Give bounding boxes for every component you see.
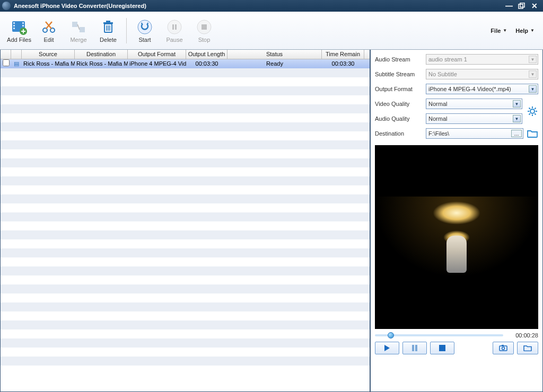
svg-line-31 bbox=[535, 108, 536, 109]
maximize-button[interactable] bbox=[515, 1, 528, 11]
table-row[interactable] bbox=[1, 167, 370, 176]
player-controls bbox=[375, 342, 538, 354]
svg-rect-3 bbox=[13, 22, 15, 24]
edit-button[interactable]: Edit bbox=[34, 14, 64, 48]
video-preview[interactable] bbox=[375, 145, 538, 329]
table-row[interactable] bbox=[1, 348, 370, 357]
stop-icon bbox=[196, 19, 213, 35]
table-row[interactable] bbox=[1, 194, 370, 203]
table-row[interactable] bbox=[1, 113, 370, 122]
add-files-button[interactable]: Add Files bbox=[4, 14, 34, 48]
minimize-button[interactable]: — bbox=[503, 1, 515, 11]
audio-quality-select[interactable]: Normal▼ bbox=[426, 113, 522, 124]
table-row[interactable] bbox=[1, 284, 370, 293]
seek-bar: 00:00:28 bbox=[375, 332, 538, 338]
scissors-icon bbox=[40, 19, 57, 35]
snapshot-button[interactable] bbox=[493, 342, 514, 354]
toolbar: Add Files Edit Merge Delete Start Pause bbox=[0, 12, 543, 50]
snapshot-folder-button[interactable] bbox=[517, 342, 538, 354]
close-button[interactable]: ✕ bbox=[528, 1, 541, 11]
open-folder-button[interactable] bbox=[527, 128, 538, 139]
col-time-remain[interactable]: Time Remain bbox=[322, 50, 364, 59]
svg-line-30 bbox=[529, 113, 530, 114]
table-row[interactable] bbox=[1, 131, 370, 140]
table-row[interactable] bbox=[1, 149, 370, 158]
pause-button[interactable]: Pause bbox=[160, 14, 189, 48]
col-checkbox[interactable] bbox=[1, 50, 11, 59]
table-row[interactable] bbox=[1, 275, 370, 284]
chevron-down-icon: ▼ bbox=[503, 28, 507, 33]
subtitle-stream-select[interactable]: No Subtitle▼ bbox=[426, 69, 538, 79]
table-row[interactable] bbox=[1, 311, 370, 320]
film-icon: ▤ bbox=[11, 59, 22, 68]
svg-rect-6 bbox=[22, 22, 24, 24]
table-row[interactable] bbox=[1, 248, 370, 257]
window-title: Aneesoft iPhone Video Converter(Unregist… bbox=[14, 3, 146, 9]
video-quality-select[interactable]: Normal▼ bbox=[426, 99, 522, 109]
table-row[interactable] bbox=[1, 104, 370, 113]
settings-button[interactable] bbox=[527, 105, 538, 117]
svg-rect-37 bbox=[502, 345, 504, 346]
table-row[interactable] bbox=[1, 176, 370, 185]
table-row[interactable] bbox=[1, 68, 370, 77]
table-row[interactable] bbox=[1, 203, 370, 212]
subtitle-stream-value: No Subtitle bbox=[428, 71, 457, 77]
table-row[interactable] bbox=[1, 302, 370, 311]
stop-icon bbox=[439, 345, 445, 351]
main-area: Source Destination Output Format Output … bbox=[0, 50, 543, 392]
table-row[interactable] bbox=[1, 338, 370, 348]
svg-point-36 bbox=[502, 347, 505, 350]
merge-button[interactable]: Merge bbox=[64, 14, 93, 48]
svg-rect-33 bbox=[415, 345, 417, 351]
table-row[interactable] bbox=[1, 185, 370, 194]
trash-icon bbox=[100, 19, 117, 35]
table-row[interactable] bbox=[1, 329, 370, 338]
svg-rect-0 bbox=[519, 4, 523, 8]
toolbar-separator bbox=[126, 18, 127, 43]
start-button[interactable]: Start bbox=[130, 14, 160, 48]
col-output-length[interactable]: Output Length bbox=[186, 50, 227, 59]
svg-rect-1 bbox=[520, 3, 524, 7]
browse-button[interactable]: ... bbox=[511, 130, 522, 137]
col-destination[interactable]: Destination bbox=[75, 50, 128, 59]
delete-button[interactable]: Delete bbox=[93, 14, 123, 48]
table-row[interactable] bbox=[1, 212, 370, 221]
player-stop-button[interactable] bbox=[430, 342, 454, 354]
col-status[interactable]: Status bbox=[227, 50, 322, 59]
table-row[interactable] bbox=[1, 293, 370, 302]
stop-button[interactable]: Stop bbox=[189, 14, 219, 48]
svg-rect-20 bbox=[175, 24, 177, 30]
output-format-value: iPhone 4 MPEG-4 Video(*.mp4) bbox=[428, 86, 511, 92]
table-row[interactable] bbox=[1, 122, 370, 131]
table-row[interactable]: ▤Rick Ross - Mafia MuRick Ross - Mafia M… bbox=[1, 59, 370, 68]
table-row[interactable] bbox=[1, 221, 370, 230]
seek-thumb[interactable] bbox=[388, 332, 394, 338]
table-row[interactable] bbox=[1, 86, 370, 95]
col-output-format[interactable]: Output Format bbox=[128, 50, 186, 59]
player-pause-button[interactable] bbox=[402, 342, 427, 354]
table-row[interactable] bbox=[1, 257, 370, 266]
col-source[interactable]: Source bbox=[22, 50, 75, 59]
output-format-select[interactable]: iPhone 4 MPEG-4 Video(*.mp4)▼ bbox=[426, 84, 538, 94]
table-row[interactable] bbox=[1, 77, 370, 86]
destination-input[interactable]: F:\Files\... bbox=[426, 128, 523, 139]
play-button[interactable] bbox=[375, 342, 399, 354]
table-row[interactable] bbox=[1, 320, 370, 329]
table-row[interactable] bbox=[1, 95, 370, 104]
audio-stream-select[interactable]: audio stream 1▼ bbox=[426, 54, 538, 65]
file-menu[interactable]: File▼ bbox=[486, 25, 511, 36]
table-row[interactable] bbox=[1, 357, 370, 366]
table-row[interactable] bbox=[1, 230, 370, 239]
row-checkbox[interactable] bbox=[1, 59, 11, 68]
table-row[interactable] bbox=[1, 158, 370, 167]
chevron-down-icon: ▼ bbox=[513, 115, 521, 122]
help-menu[interactable]: Help▼ bbox=[511, 25, 539, 36]
table-row[interactable] bbox=[1, 239, 370, 248]
table-row[interactable] bbox=[1, 140, 370, 149]
file-list-panel: Source Destination Output Format Output … bbox=[1, 50, 371, 391]
svg-rect-7 bbox=[22, 25, 24, 26]
row-output-format: iPhone 4 MPEG-4 Video( bbox=[128, 59, 186, 68]
table-row[interactable] bbox=[1, 266, 370, 275]
seek-track[interactable] bbox=[375, 334, 503, 336]
file-list-body[interactable]: ▤Rick Ross - Mafia MuRick Ross - Mafia M… bbox=[1, 59, 370, 391]
